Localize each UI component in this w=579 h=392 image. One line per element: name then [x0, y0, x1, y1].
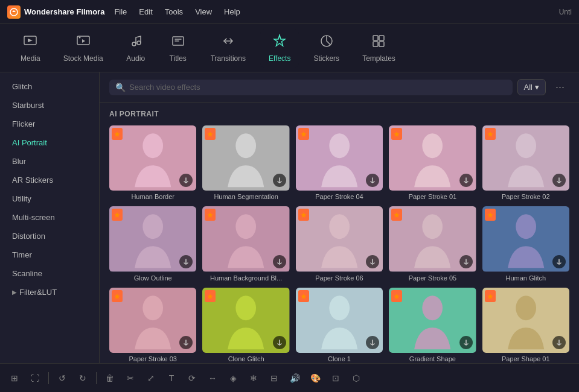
- download-button[interactable]: [273, 255, 286, 268]
- download-button[interactable]: [552, 336, 566, 349]
- app-name: Wondershare Filmora: [24, 7, 104, 16]
- toolbar-audio-label: Audio: [126, 54, 145, 63]
- premium-badge: [391, 128, 402, 140]
- svg-marker-26: [487, 131, 493, 137]
- premium-badge: [485, 128, 496, 140]
- toolbar-templates[interactable]: Templates: [354, 29, 404, 68]
- more-options-button[interactable]: ···: [551, 78, 569, 96]
- main-content: Glitch Starburst Flicker AI Portrait Blu…: [0, 72, 579, 363]
- menu-edit[interactable]: Edit: [139, 7, 152, 16]
- bottom-btn-delete[interactable]: 🗑: [101, 370, 118, 387]
- effect-label-paper-stroke-03: Paper Stroke 03: [109, 355, 196, 362]
- download-button[interactable]: [179, 255, 193, 268]
- bottom-btn-undo[interactable]: ↺: [54, 370, 71, 387]
- download-button[interactable]: [459, 174, 473, 187]
- menu-help[interactable]: Help: [224, 7, 240, 16]
- effect-card-gradient-shape[interactable]: Gradient Shape: [389, 288, 476, 362]
- sidebar: Glitch Starburst Flicker AI Portrait Blu…: [0, 72, 100, 363]
- divider-2: [96, 372, 97, 384]
- effect-card-human-border[interactable]: Human Border: [109, 125, 196, 200]
- toolbar-stickers[interactable]: Stickers: [305, 29, 348, 68]
- effect-card-paper-stroke-03[interactable]: Paper Stroke 03: [109, 288, 196, 362]
- effects-area: AI PORTRAIT Human Border Human Segmentat…: [100, 103, 579, 363]
- effect-card-human-glitch[interactable]: Human Glitch: [482, 206, 569, 281]
- effect-card-clone-1[interactable]: Clone 1: [296, 288, 383, 362]
- sidebar-item-multi-screen[interactable]: Multi-screen: [0, 208, 99, 227]
- effect-label-paper-stroke-02: Paper Stroke 02: [482, 193, 569, 200]
- download-button[interactable]: [366, 336, 379, 349]
- effect-card-clone-glitch[interactable]: Clone Glitch: [202, 288, 289, 362]
- effect-card-paper-stroke-02[interactable]: Paper Stroke 02: [482, 125, 569, 200]
- media-icon: [23, 34, 37, 52]
- search-input[interactable]: [129, 83, 507, 92]
- menu-tools[interactable]: Tools: [165, 7, 183, 16]
- download-button[interactable]: [552, 255, 566, 268]
- sidebar-label-ai-portrait: AI Portrait: [12, 138, 47, 147]
- sidebar-item-glitch[interactable]: Glitch: [0, 77, 99, 96]
- bottom-btn-layout[interactable]: ⊞: [6, 370, 23, 387]
- app-logo-icon: [7, 5, 21, 19]
- svg-rect-8: [373, 36, 378, 40]
- download-button[interactable]: [273, 336, 286, 349]
- download-button[interactable]: [459, 255, 473, 268]
- bottom-btn-text[interactable]: T: [163, 370, 180, 387]
- bottom-btn-cut[interactable]: ✂: [122, 370, 139, 387]
- effect-label-paper-shape-01: Paper Shape 01: [482, 355, 569, 362]
- bottom-btn-split[interactable]: ⊟: [266, 370, 283, 387]
- bottom-btn-flip[interactable]: ↔: [204, 370, 221, 387]
- toolbar-media-label: Media: [21, 54, 40, 63]
- sidebar-item-filter-lut[interactable]: ▶ Filter&LUT: [0, 283, 99, 302]
- toolbar-audio[interactable]: Audio: [118, 29, 154, 68]
- effect-card-paper-stroke-06[interactable]: Paper Stroke 06: [296, 206, 383, 281]
- sidebar-item-ar-stickers[interactable]: AR Stickers: [0, 171, 99, 189]
- bottom-toolbar: ⊞ ⛶ ↺ ↻ 🗑 ✂ ⤢ T ⟳ ↔ ◈ ❄ ⊟ 🔊 🎨 ⊡ ⬡: [0, 363, 579, 392]
- bottom-btn-select[interactable]: ⛶: [27, 370, 43, 387]
- effect-label-paper-stroke-04: Paper Stroke 04: [296, 193, 383, 200]
- effect-card-glow-outline[interactable]: Glow Outline: [109, 206, 196, 281]
- sidebar-item-blur[interactable]: Blur: [0, 152, 99, 171]
- search-bar: 🔍 All ▾ ···: [100, 72, 579, 103]
- toolbar-stock-media[interactable]: Stock Media: [55, 29, 112, 68]
- bottom-btn-transform[interactable]: ⊡: [327, 370, 344, 387]
- sidebar-item-scanline[interactable]: Scanline: [0, 264, 99, 283]
- bottom-btn-redo[interactable]: ↻: [74, 370, 91, 387]
- bottom-btn-color[interactable]: 🎨: [307, 370, 324, 387]
- bottom-btn-mask[interactable]: ⬡: [348, 370, 365, 387]
- filter-button[interactable]: All ▾: [517, 79, 546, 95]
- download-button[interactable]: [366, 255, 379, 268]
- svg-point-13: [142, 133, 163, 158]
- menu-view[interactable]: View: [195, 7, 212, 16]
- toolbar-media[interactable]: Media: [12, 29, 49, 68]
- svg-marker-17: [208, 131, 213, 137]
- effect-label-paper-stroke-01: Paper Stroke 01: [389, 193, 476, 200]
- menu-file[interactable]: File: [114, 7, 127, 16]
- effect-card-paper-stroke-05[interactable]: Paper Stroke 05: [389, 206, 476, 281]
- toolbar-effects[interactable]: Effects: [260, 29, 299, 68]
- svg-marker-23: [394, 131, 400, 137]
- sidebar-item-starburst[interactable]: Starburst: [0, 96, 99, 115]
- stock-media-icon: [76, 34, 91, 52]
- sidebar-item-distortion[interactable]: Distortion: [0, 227, 99, 245]
- effect-card-human-background-bl[interactable]: Human Background Bl...: [202, 206, 289, 281]
- bottom-btn-crop[interactable]: ⤢: [142, 370, 159, 387]
- bottom-btn-speed[interactable]: ◈: [225, 370, 242, 387]
- sidebar-item-flicker[interactable]: Flicker: [0, 115, 99, 133]
- bottom-btn-rotate[interactable]: ⟳: [184, 370, 200, 387]
- sidebar-item-utility[interactable]: Utility: [0, 189, 99, 208]
- effect-card-human-segmentation[interactable]: Human Segmentation: [202, 125, 289, 200]
- effect-card-paper-shape-01[interactable]: Paper Shape 01: [482, 288, 569, 362]
- premium-badge: [485, 209, 496, 221]
- download-button[interactable]: [459, 336, 473, 349]
- sidebar-label-scanline: Scanline: [12, 269, 42, 278]
- sidebar-item-ai-portrait[interactable]: AI Portrait: [0, 133, 99, 152]
- bottom-btn-audio[interactable]: 🔊: [286, 370, 303, 387]
- svg-point-3: [78, 36, 80, 38]
- download-button[interactable]: [273, 174, 286, 187]
- sidebar-item-timer[interactable]: Timer: [0, 245, 99, 264]
- effect-card-paper-stroke-04[interactable]: Paper Stroke 04: [296, 125, 383, 200]
- toolbar-transitions[interactable]: Transitions: [202, 29, 254, 68]
- svg-point-34: [329, 215, 350, 239]
- toolbar-titles[interactable]: Titles: [160, 29, 196, 68]
- bottom-btn-freeze[interactable]: ❄: [245, 370, 262, 387]
- effect-card-paper-stroke-01[interactable]: Paper Stroke 01: [389, 125, 476, 200]
